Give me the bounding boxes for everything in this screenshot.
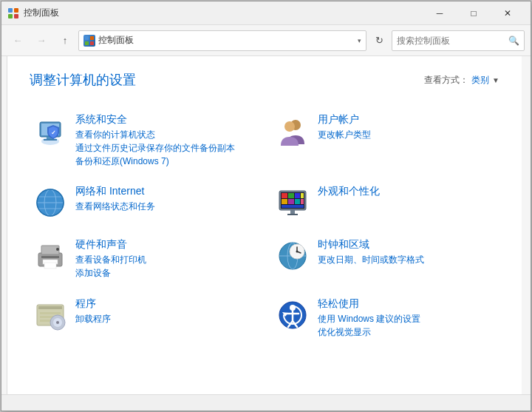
window-icon — [7, 7, 19, 19]
svg-point-15 — [284, 121, 295, 132]
category-appearance[interactable]: 外观和个性化 — [272, 179, 499, 226]
svg-rect-50 — [38, 306, 62, 309]
svg-rect-26 — [295, 193, 300, 198]
appearance-title[interactable]: 外观和个性化 — [318, 185, 497, 198]
user-accounts-icon — [275, 113, 310, 149]
system-security-link-0[interactable]: 查看你的计算机状态 — [75, 129, 254, 141]
svg-rect-27 — [301, 193, 304, 198]
svg-rect-12 — [44, 139, 57, 141]
search-icon[interactable]: 🔍 — [508, 36, 519, 46]
toolbar: ← → ↑ 控制面板 ▾ ↻ 🔍 — [1, 25, 531, 56]
system-security-text: 系统和安全 查看你的计算机状态 通过文件历史记录保存你的文件备份副本 备份和还原… — [75, 113, 254, 167]
main-window: 控制面板 ─ □ ✕ ← → ↑ 控制面板 ▾ ↻ � — [1, 1, 531, 411]
hardware-sound-icon — [33, 238, 68, 274]
svg-rect-5 — [90, 36, 94, 40]
main-content: 调整计算机的设置 查看方式： 类别 ▼ — [7, 56, 522, 394]
window-title: 控制面板 — [24, 7, 423, 19]
forward-button[interactable]: → — [31, 30, 52, 51]
up-button[interactable]: ↑ — [55, 30, 75, 51]
svg-rect-7 — [90, 41, 94, 45]
svg-rect-2 — [8, 14, 13, 18]
user-accounts-title[interactable]: 用户帐户 — [318, 113, 497, 126]
svg-rect-29 — [288, 199, 294, 204]
programs-text: 程序 卸载程序 — [75, 297, 254, 325]
category-network-internet[interactable]: 网络和 Internet 查看网络状态和任务 — [30, 179, 257, 226]
ease-of-access-icon — [275, 297, 310, 333]
svg-rect-1 — [14, 8, 18, 13]
programs-icon — [33, 297, 68, 333]
svg-point-56 — [56, 321, 59, 324]
system-security-links: 查看你的计算机状态 通过文件历史记录保存你的文件备份副本 备份和还原(Windo… — [75, 129, 254, 167]
svg-rect-25 — [288, 193, 294, 198]
clock-region-link-0[interactable]: 更改日期、时间或数字格式 — [318, 254, 497, 266]
search-input[interactable] — [397, 36, 508, 46]
titlebar: 控制面板 ─ □ ✕ — [1, 1, 531, 25]
close-button[interactable]: ✕ — [491, 1, 525, 25]
search-bar[interactable]: 🔍 — [392, 30, 525, 51]
address-icon — [83, 35, 95, 47]
left-sidebar — [1, 56, 7, 394]
network-internet-title[interactable]: 网络和 Internet — [75, 185, 254, 198]
view-label: 查看方式： — [424, 74, 468, 87]
svg-rect-33 — [290, 210, 295, 214]
view-dropdown-icon[interactable]: ▼ — [492, 76, 499, 84]
page-title: 调整计算机的设置 — [30, 71, 136, 89]
system-security-link-1[interactable]: 通过文件历史记录保存你的文件备份副本 — [75, 142, 254, 155]
svg-rect-30 — [295, 199, 300, 204]
ease-of-access-link-0[interactable]: 使用 Windows 建议的设置 — [318, 313, 497, 325]
svg-rect-28 — [282, 199, 287, 204]
user-accounts-link-0[interactable]: 更改帐户类型 — [318, 129, 497, 141]
programs-link-0[interactable]: 卸载程序 — [75, 313, 254, 325]
svg-text:✓: ✓ — [51, 129, 56, 136]
ease-of-access-link-1[interactable]: 优化视觉显示 — [318, 326, 497, 339]
programs-title[interactable]: 程序 — [75, 297, 254, 311]
view-value[interactable]: 类别 — [471, 74, 489, 87]
window-controls: ─ □ ✕ — [423, 1, 525, 25]
category-user-accounts[interactable]: 用户帐户 更改帐户类型 — [272, 107, 499, 173]
svg-point-48 — [296, 251, 299, 253]
system-security-link-2[interactable]: 备份和还原(Windows 7) — [75, 155, 254, 168]
minimize-button[interactable]: ─ — [423, 1, 457, 25]
network-internet-link-0[interactable]: 查看网络状态和任务 — [75, 200, 254, 213]
clock-region-title[interactable]: 时钟和区域 — [318, 238, 497, 251]
hardware-sound-text: 硬件和声音 查看设备和打印机 添加设备 — [75, 238, 254, 280]
svg-rect-3 — [14, 14, 18, 18]
ease-of-access-title[interactable]: 轻松使用 — [318, 297, 497, 311]
svg-rect-0 — [8, 8, 13, 13]
statusbar — [1, 394, 531, 411]
category-programs[interactable]: 程序 卸载程序 — [30, 291, 257, 345]
clock-region-text: 时钟和区域 更改日期、时间或数字格式 — [318, 238, 497, 266]
hardware-sound-link-1[interactable]: 添加设备 — [75, 267, 254, 280]
hardware-sound-title[interactable]: 硬件和声音 — [75, 238, 254, 251]
appearance-text: 外观和个性化 — [318, 185, 497, 200]
svg-rect-40 — [44, 263, 56, 269]
svg-rect-51 — [40, 312, 61, 314]
category-ease-of-access[interactable]: 轻松使用 使用 Windows 建议的设置 优化视觉显示 — [272, 291, 499, 345]
system-security-icon: ✓ — [33, 113, 68, 149]
back-button[interactable]: ← — [7, 30, 28, 51]
appearance-icon — [275, 185, 310, 220]
user-accounts-links: 更改帐户类型 — [318, 129, 497, 141]
svg-point-39 — [56, 248, 59, 251]
system-security-title[interactable]: 系统和安全 — [75, 113, 254, 126]
user-accounts-text: 用户帐户 更改帐户类型 — [318, 113, 497, 141]
svg-rect-32 — [282, 205, 304, 208]
address-text: 控制面板 — [98, 34, 355, 47]
svg-rect-24 — [282, 193, 287, 198]
category-clock-region[interactable]: 时钟和区域 更改日期、时间或数字格式 — [272, 232, 499, 286]
svg-rect-34 — [287, 214, 298, 215]
clock-region-links: 更改日期、时间或数字格式 — [318, 254, 497, 266]
network-internet-links: 查看网络状态和任务 — [75, 200, 254, 213]
refresh-button[interactable]: ↻ — [369, 31, 389, 50]
category-hardware-sound[interactable]: 硬件和声音 查看设备和打印机 添加设备 — [30, 232, 257, 286]
svg-rect-6 — [85, 41, 89, 45]
hardware-sound-link-0[interactable]: 查看设备和打印机 — [75, 254, 254, 266]
svg-rect-36 — [41, 256, 59, 258]
address-bar[interactable]: 控制面板 ▾ — [78, 30, 366, 51]
address-dropdown-icon[interactable]: ▾ — [358, 37, 361, 44]
category-system-security[interactable]: ✓ 系统和安全 查看你的计算机状态 通过文件历史记录保存你的文件备份副本 备份和… — [30, 107, 257, 173]
clock-region-icon — [275, 238, 310, 274]
maximize-button[interactable]: □ — [457, 1, 491, 25]
network-internet-text: 网络和 Internet 查看网络状态和任务 — [75, 185, 254, 213]
network-internet-icon — [33, 185, 68, 220]
